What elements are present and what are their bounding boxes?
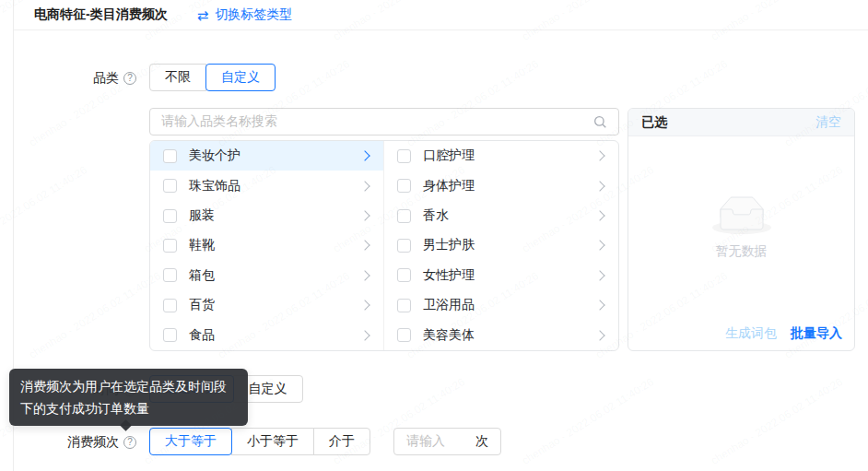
selected-panel-header: 已选 清空: [628, 109, 854, 136]
category-item-label: 服装: [189, 207, 361, 224]
category-item-label: 香水: [423, 207, 596, 224]
checkbox[interactable]: [163, 239, 177, 253]
chevron-right-icon[interactable]: [594, 330, 604, 340]
category-item[interactable]: 箱包: [150, 261, 383, 290]
frequency-unit: 次: [475, 433, 488, 450]
checkbox[interactable]: [163, 328, 177, 342]
empty-state: 暂无数据: [628, 196, 854, 260]
option-button[interactable]: 不限: [149, 64, 206, 91]
category-item-label: 卫浴用品: [423, 297, 596, 313]
chevron-right-icon[interactable]: [359, 181, 369, 191]
chevron-right-icon[interactable]: [359, 151, 369, 161]
search-icon[interactable]: [593, 115, 607, 129]
tooltip-arrow: [120, 419, 132, 431]
header: 电商特征-类目消费频次 ⇄ 切换标签类型: [14, 0, 868, 30]
tooltip-line-2: 下的支付成功订单数量: [20, 397, 237, 419]
checkbox[interactable]: [397, 209, 411, 223]
category-item[interactable]: 美妆个护: [150, 141, 383, 171]
category-item-label: 女性护理: [423, 267, 596, 284]
category-item[interactable]: 身体护理: [384, 171, 618, 200]
switch-tag-type-link[interactable]: ⇄ 切换标签类型: [197, 6, 293, 23]
page-title: 电商特征-类目消费频次: [34, 6, 168, 23]
category-item[interactable]: 美容美体: [384, 321, 618, 350]
category-item[interactable]: 香水: [384, 201, 618, 230]
category-item-label: 美妆个护: [189, 147, 361, 164]
frequency-label-text: 消费频次: [67, 434, 119, 451]
category-item[interactable]: 口腔护理: [384, 141, 618, 171]
swap-icon: ⇄: [197, 8, 209, 22]
checkbox[interactable]: [397, 239, 411, 253]
category-item[interactable]: 百货: [150, 290, 383, 320]
category-help-icon[interactable]: ?: [123, 72, 136, 85]
chevron-right-icon[interactable]: [594, 270, 604, 280]
checkbox[interactable]: [163, 149, 177, 163]
category-item-label: 口腔护理: [423, 147, 596, 164]
category-item-label: 箱包: [189, 267, 361, 284]
checkbox[interactable]: [163, 299, 177, 312]
search-placeholder: 请输入品类名称搜索: [161, 113, 593, 130]
frequency-option-group: 大于等于小于等于介于: [149, 428, 370, 455]
category-list: 美妆个护珠宝饰品服装鞋靴箱包百货食品 口腔护理身体护理香水男士护肤女性护理卫浴用…: [149, 140, 619, 351]
category-item[interactable]: 服装: [150, 201, 383, 230]
category-item[interactable]: 食品: [150, 321, 383, 350]
chevron-right-icon[interactable]: [359, 270, 369, 280]
checkbox[interactable]: [163, 179, 177, 193]
chevron-right-icon[interactable]: [359, 210, 369, 220]
category-item[interactable]: 男士护肤: [384, 230, 618, 260]
checkbox[interactable]: [163, 209, 177, 223]
empty-inbox-icon: [712, 196, 771, 234]
frequency-tooltip: 消费频次为用户在选定品类及时间段 下的支付成功订单数量: [9, 369, 248, 426]
chevron-right-icon[interactable]: [594, 181, 604, 191]
checkbox[interactable]: [163, 268, 177, 282]
category-item-label: 男士护肤: [423, 237, 596, 253]
frequency-help-icon[interactable]: ?: [123, 436, 136, 449]
chevron-right-icon[interactable]: [359, 330, 369, 340]
chevron-right-icon[interactable]: [594, 300, 604, 311]
selected-panel: 已选 清空 暂无数据 生成词包 批量导入: [628, 108, 855, 351]
empty-text: 暂无数据: [628, 243, 854, 260]
tooltip-line-1: 消费频次为用户在选定品类及时间段: [20, 375, 237, 397]
switch-tag-type-label: 切换标签类型: [215, 6, 292, 23]
category-column-1: 美妆个护珠宝饰品服装鞋靴箱包百货食品: [150, 141, 384, 350]
checkbox[interactable]: [397, 179, 411, 193]
category-item[interactable]: 珠宝饰品: [150, 171, 383, 200]
chevron-right-icon[interactable]: [359, 241, 369, 251]
category-label-text: 品类: [93, 70, 119, 87]
checkbox[interactable]: [397, 149, 411, 163]
category-item-label: 鞋靴: [189, 237, 361, 253]
option-button[interactable]: 小于等于: [231, 428, 314, 455]
category-search-input[interactable]: 请输入品类名称搜索: [149, 108, 619, 135]
selected-panel-footer: 生成词包 批量导入: [725, 325, 842, 342]
chevron-right-icon[interactable]: [359, 300, 369, 311]
checkbox[interactable]: [397, 328, 411, 342]
option-button[interactable]: 介于: [313, 428, 370, 455]
category-item-label: 食品: [189, 327, 361, 344]
generate-wordpack-button[interactable]: 生成词包: [725, 325, 777, 342]
option-button[interactable]: 自定义: [205, 64, 276, 91]
category-item[interactable]: 女性护理: [384, 261, 618, 290]
category-item[interactable]: 鞋靴: [150, 230, 383, 260]
chevron-right-icon[interactable]: [594, 151, 604, 161]
category-option-group: 不限自定义: [149, 64, 276, 91]
option-button[interactable]: 大于等于: [149, 428, 232, 455]
batch-import-button[interactable]: 批量导入: [791, 325, 842, 342]
checkbox[interactable]: [397, 268, 411, 282]
chevron-right-icon[interactable]: [594, 210, 604, 220]
chevron-right-icon[interactable]: [594, 241, 604, 251]
clear-button[interactable]: 清空: [815, 114, 841, 131]
frequency-value-input[interactable]: 请输入 次: [393, 428, 501, 455]
category-item-label: 百货: [189, 297, 361, 313]
category-item-label: 美容美体: [423, 327, 596, 344]
frequency-field-label: 消费频次 ?: [13, 434, 136, 451]
checkbox[interactable]: [397, 299, 411, 312]
category-field-label: 品类 ?: [13, 70, 136, 87]
category-item-label: 身体护理: [423, 178, 596, 194]
selected-panel-title: 已选: [641, 114, 667, 131]
category-item-label: 珠宝饰品: [189, 178, 361, 194]
category-item[interactable]: 卫浴用品: [384, 290, 618, 320]
category-column-2: 口腔护理身体护理香水男士护肤女性护理卫浴用品美容美体: [384, 141, 618, 350]
frequency-input-placeholder: 请输入: [406, 433, 475, 450]
